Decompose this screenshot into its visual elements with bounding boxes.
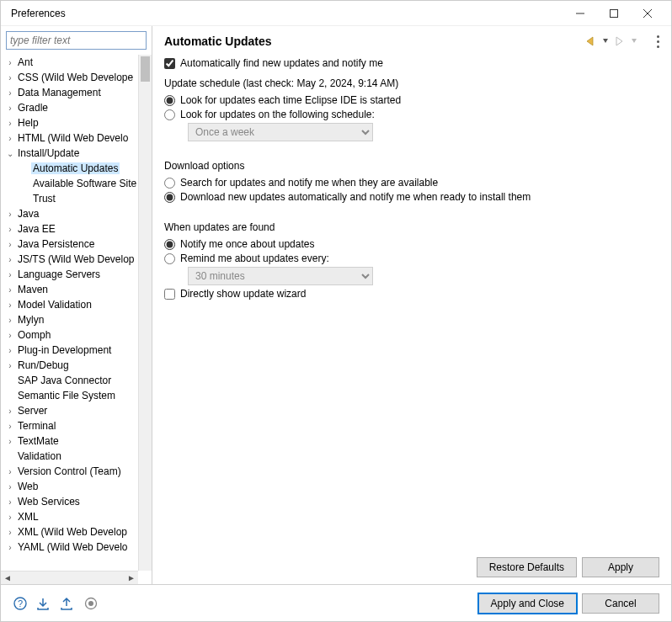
apply-and-close-button[interactable]: Apply and Close [478, 593, 577, 614]
chevron-right-icon[interactable]: › [4, 285, 16, 295]
tree-item[interactable]: ›Help [4, 115, 138, 130]
chevron-right-icon[interactable]: › [4, 482, 16, 492]
back-dropdown-icon[interactable] [602, 35, 609, 47]
tree-item[interactable]: ›Run/Debug [4, 358, 138, 373]
tree-item[interactable]: ›Ant [4, 55, 138, 70]
scroll-left-icon[interactable]: ◄ [1, 571, 14, 585]
export-icon[interactable] [60, 596, 75, 611]
tree-item[interactable]: ›Java [4, 206, 138, 221]
chevron-right-icon[interactable]: › [4, 361, 16, 370]
chevron-right-icon[interactable]: › [4, 407, 16, 416]
chevron-right-icon[interactable]: › [4, 528, 16, 537]
import-icon[interactable] [36, 596, 51, 611]
tree-item[interactable]: ›Web [4, 479, 138, 494]
back-button[interactable] [584, 35, 599, 47]
chevron-right-icon[interactable]: › [4, 422, 16, 431]
chevron-right-icon[interactable]: › [4, 225, 16, 234]
tree-item[interactable]: ›Gradle [4, 100, 138, 115]
tree-item[interactable]: ›Java Persistence [4, 237, 138, 252]
tree-item-label: Trust [31, 193, 57, 205]
chevron-right-icon[interactable]: › [4, 58, 16, 67]
remind-interval-select[interactable]: 30 minutes [188, 267, 373, 285]
auto-find-checkbox[interactable] [164, 58, 175, 69]
tree-item[interactable]: Semantic File System [4, 388, 138, 403]
schedule-select[interactable]: Once a week [188, 123, 373, 141]
schedule-header: Update schedule (last check: May 2, 2024… [164, 77, 659, 89]
tree-item[interactable]: Trust [4, 191, 138, 206]
schedule-on-start-radio[interactable] [164, 95, 175, 106]
chevron-right-icon[interactable]: › [4, 316, 16, 325]
help-icon[interactable]: ? [13, 596, 28, 611]
tree-item[interactable]: ›Data Management [4, 85, 138, 100]
tree-item[interactable]: ›Java EE [4, 221, 138, 237]
tree-item[interactable]: ›YAML (Wild Web Develo [4, 540, 138, 555]
tree-item[interactable]: ›Language Servers [4, 267, 138, 282]
tree-item[interactable]: ›Maven [4, 282, 138, 297]
tree-item[interactable]: ›Plug-in Development [4, 343, 138, 358]
chevron-right-icon[interactable]: › [4, 346, 16, 355]
tree-item[interactable]: ⌄Install/Update [4, 146, 138, 161]
tree-item-label: Validation [16, 450, 63, 462]
forward-button[interactable] [612, 35, 627, 47]
tree-item[interactable]: ›XML (Wild Web Develop [4, 524, 138, 540]
tree-item[interactable]: SAP Java Connector [4, 373, 138, 388]
tree-item[interactable]: ›JS/TS (Wild Web Develop [4, 252, 138, 267]
close-button[interactable] [631, 2, 664, 25]
tree-item[interactable]: ›Server [4, 403, 138, 418]
chevron-right-icon[interactable]: › [4, 513, 16, 522]
forward-dropdown-icon[interactable] [631, 35, 637, 47]
chevron-right-icon[interactable]: › [4, 119, 16, 128]
tree-item[interactable]: ›HTML (Wild Web Develo [4, 130, 138, 146]
view-menu-icon[interactable] [646, 35, 659, 48]
filter-input[interactable] [6, 31, 147, 50]
download-header: Download options [164, 160, 659, 172]
tree-item-label: Web [16, 481, 40, 492]
chevron-right-icon[interactable]: › [4, 467, 16, 476]
tree-item[interactable]: ›Web Services [4, 494, 138, 509]
tree-item[interactable]: ›XML [4, 509, 138, 524]
tree-item[interactable]: ›Version Control (Team) [4, 464, 138, 479]
apply-button[interactable]: Apply [582, 557, 659, 577]
maximize-button[interactable] [597, 2, 631, 25]
tree-item[interactable]: Automatic Updates [4, 161, 138, 176]
tree-item[interactable]: ›Model Validation [4, 297, 138, 312]
notify-once-radio[interactable] [164, 239, 175, 250]
tree-item[interactable]: Validation [4, 449, 138, 464]
chevron-right-icon[interactable]: › [4, 210, 16, 219]
chevron-right-icon[interactable]: › [4, 497, 16, 507]
tree-item[interactable]: ›Oomph [4, 327, 138, 343]
tree-item-label: XML (Wild Web Develop [16, 526, 129, 538]
chevron-down-icon[interactable]: ⌄ [4, 149, 16, 158]
chevron-right-icon[interactable]: › [4, 88, 16, 98]
remind-every-radio[interactable] [164, 253, 175, 264]
chevron-right-icon[interactable]: › [4, 270, 16, 279]
tree-item[interactable]: Available Software Site [4, 176, 138, 191]
oomph-recorder-icon[interactable] [83, 596, 99, 611]
chevron-right-icon[interactable]: › [4, 134, 16, 143]
tree-item[interactable]: ›Terminal [4, 418, 138, 433]
tree-item-label: Language Servers [16, 268, 102, 280]
minimize-button[interactable] [563, 2, 597, 25]
direct-wizard-checkbox[interactable] [164, 289, 175, 300]
cancel-button[interactable]: Cancel [582, 593, 659, 614]
download-auto-radio[interactable] [164, 192, 175, 203]
schedule-fixed-radio[interactable] [164, 109, 175, 120]
download-search-radio[interactable] [164, 178, 175, 189]
scroll-right-icon[interactable]: ► [125, 571, 138, 585]
tree-horizontal-scrollbar[interactable]: ◄ ► [1, 571, 138, 584]
chevron-right-icon[interactable]: › [4, 437, 16, 446]
tree-item-label: Terminal [16, 420, 57, 432]
chevron-right-icon[interactable]: › [4, 331, 16, 340]
preferences-tree[interactable]: ›Ant›CSS (Wild Web Develope›Data Managem… [1, 55, 138, 571]
chevron-right-icon[interactable]: › [4, 300, 16, 310]
restore-defaults-button[interactable]: Restore Defaults [477, 557, 577, 577]
chevron-right-icon[interactable]: › [4, 104, 16, 113]
chevron-right-icon[interactable]: › [4, 73, 16, 82]
chevron-right-icon[interactable]: › [4, 240, 16, 249]
tree-item[interactable]: ›Mylyn [4, 312, 138, 327]
chevron-right-icon[interactable]: › [4, 543, 16, 552]
tree-vertical-scrollbar[interactable] [138, 55, 152, 571]
tree-item[interactable]: ›TextMate [4, 433, 138, 449]
chevron-right-icon[interactable]: › [4, 255, 16, 264]
tree-item[interactable]: ›CSS (Wild Web Develope [4, 70, 138, 85]
